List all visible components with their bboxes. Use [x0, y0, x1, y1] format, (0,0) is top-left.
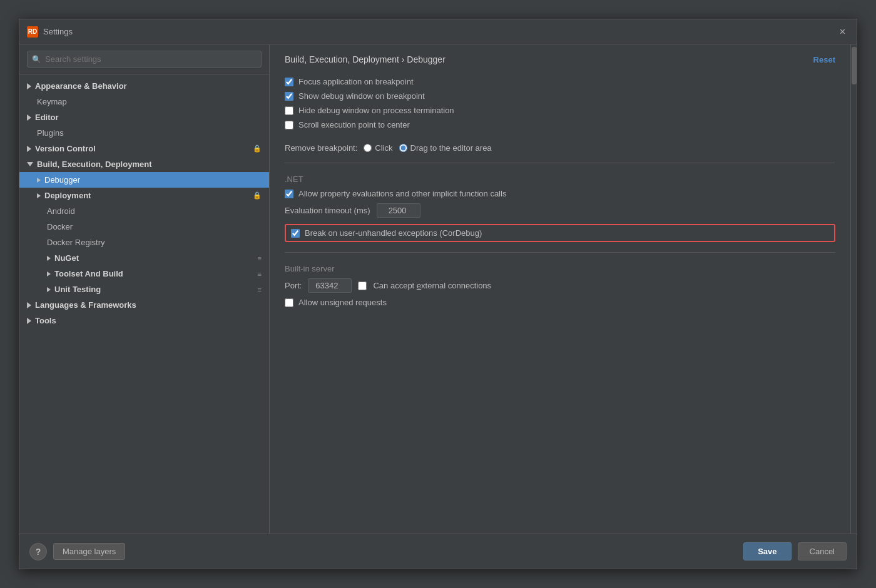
section-divider-2 — [285, 252, 835, 253]
sidebar: 🔍 Appearance & Behavior Keymap Editor — [19, 44, 270, 534]
allow-unsigned-label[interactable]: Allow unsigned requests — [298, 298, 387, 307]
sidebar-label-editor: Editor — [35, 113, 59, 122]
eval-timeout-label: Evaluation timeout (ms) — [285, 206, 370, 215]
allow-property-eval-row: Allow property evaluations and other imp… — [285, 186, 835, 201]
scrollbar-thumb[interactable] — [852, 47, 857, 84]
layers-icon-nuget: ≡ — [258, 255, 262, 262]
sidebar-item-editor[interactable]: Editor — [19, 109, 269, 125]
layers-icon-toolset: ≡ — [258, 270, 262, 278]
show-debug-window-checkbox[interactable] — [285, 92, 293, 101]
show-debug-window-row: Show debug window on breakpoint — [285, 89, 835, 103]
sidebar-item-appearance[interactable]: Appearance & Behavior — [19, 78, 269, 94]
sidebar-label-tools: Tools — [35, 316, 56, 325]
hide-debug-window-checkbox[interactable] — [285, 106, 293, 115]
port-label: Port: — [285, 281, 302, 290]
focus-on-breakpoint-label[interactable]: Focus application on breakpoint — [298, 77, 414, 86]
expand-icon-deployment — [37, 193, 41, 198]
sidebar-label-deployment: Deployment — [44, 191, 91, 200]
title-bar: RD Settings × — [19, 19, 857, 44]
port-input[interactable] — [308, 278, 352, 293]
sidebar-item-docker[interactable]: Docker — [19, 219, 269, 235]
breadcrumb: Build, Execution, Deployment › Debugger … — [285, 54, 835, 64]
sidebar-item-build[interactable]: Build, Execution, Deployment — [19, 156, 269, 172]
sidebar-item-nuget[interactable]: NuGet ≡ — [19, 250, 269, 266]
title-bar-left: RD Settings — [27, 26, 73, 38]
dotnet-section-label: .NET — [285, 170, 835, 186]
eval-timeout-row: Evaluation timeout (ms) — [285, 201, 835, 220]
sidebar-label-build: Build, Execution, Deployment — [37, 160, 151, 169]
scroll-exec-point-row: Scroll execution point to center — [285, 118, 835, 132]
bottom-right: Save Cancel — [743, 542, 847, 560]
built-in-server-label: Built-in server — [285, 259, 835, 276]
drag-radio[interactable] — [399, 144, 407, 152]
break-on-unhandled-checkbox[interactable] — [291, 229, 300, 238]
search-input[interactable] — [27, 51, 262, 68]
right-scrollbar — [850, 44, 857, 534]
sidebar-item-tools[interactable]: Tools — [19, 313, 269, 328]
sidebar-label-vc: Version Control — [35, 144, 96, 153]
sidebar-label-nuget: NuGet — [54, 253, 79, 263]
section-divider-1 — [285, 163, 835, 163]
lock-icon-deploy: 🔒 — [253, 191, 262, 200]
show-debug-window-label[interactable]: Show debug window on breakpoint — [298, 91, 425, 101]
close-button[interactable]: × — [836, 25, 849, 39]
expand-icon-unit-testing — [47, 287, 51, 292]
click-radio-label[interactable]: Click — [364, 143, 392, 153]
sidebar-item-deployment[interactable]: Deployment 🔒 — [19, 188, 269, 203]
sidebar-item-unit-testing[interactable]: Unit Testing ≡ — [19, 281, 269, 297]
sidebar-label-unit-testing: Unit Testing — [54, 285, 101, 294]
window-title: Settings — [43, 27, 73, 36]
expand-icon-debugger — [37, 178, 41, 183]
remove-breakpoint-row: Remove breakpoint: Click Drag to the edi… — [285, 139, 835, 156]
eval-timeout-input[interactable] — [377, 203, 420, 218]
sidebar-item-debugger[interactable]: Debugger — [19, 172, 269, 188]
allow-unsigned-checkbox[interactable] — [285, 298, 293, 307]
focus-on-breakpoint-checkbox[interactable] — [285, 78, 293, 86]
sidebar-item-version-control[interactable]: Version Control 🔒 — [19, 141, 269, 156]
cancel-button[interactable]: Cancel — [798, 542, 847, 560]
sidebar-label-keymap: Keymap — [37, 97, 67, 106]
sidebar-item-languages[interactable]: Languages & Frameworks — [19, 297, 269, 313]
click-radio[interactable] — [364, 144, 372, 152]
help-button[interactable]: ? — [29, 543, 47, 560]
sidebar-item-docker-registry[interactable]: Docker Registry — [19, 235, 269, 250]
app-icon: RD — [27, 26, 38, 38]
bottom-left: ? Manage layers — [29, 543, 125, 560]
lock-icon-vc: 🔒 — [253, 144, 262, 153]
reset-button[interactable]: Reset — [813, 55, 835, 64]
focus-on-breakpoint-row: Focus application on breakpoint — [285, 74, 835, 89]
settings-window: RD Settings × 🔍 Appearance & Behavior — [19, 19, 857, 569]
main-content: 🔍 Appearance & Behavior Keymap Editor — [19, 44, 857, 534]
collapse-icon — [27, 83, 31, 89]
drag-label: Drag to the editor area — [410, 143, 492, 153]
click-label: Click — [375, 143, 392, 153]
sidebar-item-plugins[interactable]: Plugins — [19, 125, 269, 141]
search-icon: 🔍 — [32, 55, 41, 64]
can-accept-checkbox[interactable] — [358, 281, 367, 290]
can-accept-label[interactable]: Can accept external connections — [373, 281, 491, 290]
expand-icon-toolset — [47, 271, 51, 276]
hide-debug-window-row: Hide debug window on process termination — [285, 103, 835, 118]
sidebar-item-android[interactable]: Android — [19, 203, 269, 219]
breadcrumb-text: Build, Execution, Deployment › Debugger — [285, 54, 446, 64]
sidebar-item-keymap[interactable]: Keymap — [19, 94, 269, 109]
scroll-exec-point-checkbox[interactable] — [285, 121, 293, 129]
break-on-unhandled-label[interactable]: Break on user-unhandled exceptions (CorD… — [305, 228, 482, 238]
sidebar-label-debugger: Debugger — [44, 175, 80, 185]
allow-property-eval-checkbox[interactable] — [285, 190, 293, 198]
sidebar-item-toolset[interactable]: Toolset And Build ≡ — [19, 266, 269, 281]
search-wrapper: 🔍 — [27, 51, 262, 68]
manage-layers-button[interactable]: Manage layers — [53, 543, 125, 560]
drag-radio-label[interactable]: Drag to the editor area — [399, 143, 492, 153]
layers-icon-unit-testing: ≡ — [258, 286, 262, 293]
sidebar-label-appearance: Appearance & Behavior — [35, 81, 127, 91]
hide-debug-window-label[interactable]: Hide debug window on process termination — [298, 106, 454, 115]
scroll-exec-point-label[interactable]: Scroll execution point to center — [298, 120, 410, 129]
break-on-unhandled-row: Break on user-unhandled exceptions (CorD… — [285, 224, 835, 242]
save-button[interactable]: Save — [743, 542, 791, 560]
remove-breakpoint-label: Remove breakpoint: — [285, 143, 357, 153]
sidebar-label-plugins: Plugins — [37, 128, 64, 138]
expand-icon-build — [27, 162, 33, 166]
can-accept-label-text: Can accept external connections — [373, 281, 491, 290]
allow-property-eval-label[interactable]: Allow property evaluations and other imp… — [298, 189, 506, 198]
